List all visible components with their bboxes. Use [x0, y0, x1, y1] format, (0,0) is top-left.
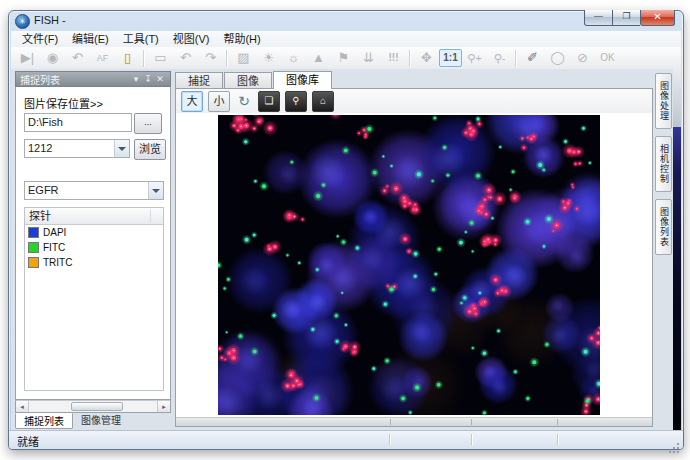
- gallery-stack-icon[interactable]: ❏: [258, 91, 280, 112]
- probe-label: DAPI: [43, 227, 66, 238]
- new-image-icon[interactable]: ▯: [115, 48, 140, 68]
- gallery-home-icon[interactable]: ⌂: [312, 91, 334, 112]
- refresh-icon[interactable]: ↻: [235, 91, 253, 111]
- probe-color-swatch: [28, 242, 39, 253]
- panel-body: 图片保存位置>> D:\Fish ... 1212 浏览 EGFR 探针 DAP…: [15, 87, 171, 400]
- chevron-down-icon[interactable]: ▾: [130, 72, 142, 86]
- tab-image-library[interactable]: 图像库: [273, 71, 332, 89]
- count-signals-icon[interactable]: !!!: [381, 48, 406, 68]
- app-window: ✳ FISH - — ❐ ✕ 文件(F) 编辑(E) 工具(T) 视图(V) 帮…: [8, 10, 684, 450]
- pan-icon[interactable]: ✥: [414, 48, 439, 68]
- probe-list: 探针 DAPI FITC TRITC: [24, 207, 164, 391]
- flag-icon[interactable]: ⚑: [331, 48, 356, 68]
- collapsed-panel-strip[interactable]: [673, 69, 681, 431]
- zoom-1to1-icon[interactable]: 1:1: [439, 49, 462, 67]
- probe-color-swatch: [28, 257, 39, 268]
- title-bar[interactable]: ✳ FISH - — ❐ ✕: [9, 11, 683, 31]
- right-dock-tabs: 图像处理 相机控制 图像列表: [655, 73, 672, 427]
- ellipse-tool-icon[interactable]: ◯: [545, 48, 570, 68]
- tab-image-management[interactable]: 图像管理: [73, 413, 129, 429]
- thumbnail-small-button[interactable]: 小: [208, 91, 230, 112]
- toolbar-separator: [226, 50, 228, 67]
- panel-bottom-tabs: 捕捉列表 图像管理: [15, 413, 171, 429]
- main-area: 捕捉 图像 图像库 大 小 ↻ ❏ ⚲ ⌂: [175, 71, 653, 427]
- draw-icon[interactable]: ✐: [520, 48, 545, 68]
- probe-label: FITC: [43, 242, 65, 253]
- tab-capture[interactable]: 捕捉: [175, 72, 223, 89]
- tab-image[interactable]: 图像: [224, 72, 272, 89]
- gallery-toolbar: 大 小 ↻ ❏ ⚲ ⌂: [176, 89, 652, 114]
- folder-combo[interactable]: 1212: [24, 139, 130, 158]
- menu-edit[interactable]: 编辑(E): [65, 32, 116, 47]
- browse-button[interactable]: 浏览: [134, 139, 166, 160]
- gallery-preview-icon[interactable]: ⚲: [285, 91, 307, 112]
- merge-channels-icon[interactable]: ⇊: [356, 48, 381, 68]
- fluorescence-micrograph[interactable]: [218, 115, 600, 415]
- document-tabs: 捕捉 图像 图像库: [175, 71, 333, 88]
- gallery-status-strip: [176, 417, 652, 426]
- folder-combo-value: 1212: [28, 140, 52, 157]
- save-path-input[interactable]: D:\Fish: [24, 113, 132, 132]
- window-title: FISH -: [34, 14, 66, 26]
- client-area: 捕捉列表 ▾ ↧ ✕ 图片保存位置>> D:\Fish ... 1212 浏览 …: [11, 69, 681, 431]
- browse-ellipsis-button[interactable]: ...: [134, 113, 162, 134]
- chevron-down-icon[interactable]: [148, 182, 163, 199]
- scroll-left-icon[interactable]: ◂: [16, 401, 29, 412]
- status-separator: [471, 434, 473, 445]
- crop-icon[interactable]: ▨: [231, 48, 256, 68]
- save-location-label: 图片保存位置>>: [24, 95, 103, 111]
- list-item[interactable]: TRITC: [25, 255, 163, 270]
- probe-list-header: 探针: [25, 208, 163, 225]
- zoom-in-icon[interactable]: ⚲+: [462, 48, 487, 68]
- maximize-button[interactable]: ❐: [613, 10, 640, 26]
- pin-icon[interactable]: ↧: [142, 72, 154, 86]
- scrollbar-thumb[interactable]: [71, 402, 122, 411]
- panel-close-icon[interactable]: ✕: [154, 72, 166, 86]
- tab-camera-control[interactable]: 相机控制: [655, 136, 672, 192]
- minimize-button[interactable]: —: [584, 10, 613, 26]
- zoom-out-icon[interactable]: ⚲-: [487, 48, 512, 68]
- status-text: 就绪: [17, 433, 39, 449]
- autofocus-icon[interactable]: AF: [90, 48, 115, 68]
- menu-tools[interactable]: 工具(T): [116, 32, 166, 47]
- probe-label: TRITC: [43, 257, 72, 268]
- toolbar-separator: [409, 50, 411, 67]
- app-icon: ✳: [15, 14, 30, 29]
- resize-grip[interactable]: [677, 443, 679, 445]
- toolbar-separator: [143, 50, 145, 67]
- capture-start-icon[interactable]: ▶|: [15, 48, 40, 68]
- status-separator: [557, 434, 559, 445]
- list-item[interactable]: DAPI: [25, 225, 163, 240]
- close-button[interactable]: ✕: [640, 10, 675, 26]
- menu-view[interactable]: 视图(V): [166, 32, 217, 47]
- status-bar: 就绪: [9, 430, 683, 449]
- main-toolbar: ▶| ◉ ↶ AF ▯ ▭ ↶ ↷ ▨ ☀ ☼ ▲ ⚑ ⇊ !!! ✥ 1:1 …: [11, 47, 681, 70]
- list-item[interactable]: FITC: [25, 240, 163, 255]
- tab-capture-list[interactable]: 捕捉列表: [15, 413, 73, 429]
- status-separator: [389, 434, 391, 445]
- save-image-icon[interactable]: ▭: [148, 48, 173, 68]
- confirm-ok-icon[interactable]: OK: [595, 48, 620, 68]
- pointer-triangle-icon[interactable]: ▲: [306, 48, 331, 68]
- undo-icon[interactable]: ↶: [173, 48, 198, 68]
- panel-header[interactable]: 捕捉列表 ▾ ↧ ✕: [15, 71, 171, 87]
- recapture-icon[interactable]: ↶: [65, 48, 90, 68]
- redo-icon[interactable]: ↷: [198, 48, 223, 68]
- capture-list-panel: 捕捉列表 ▾ ↧ ✕ 图片保存位置>> D:\Fish ... 1212 浏览 …: [15, 71, 171, 429]
- chevron-down-icon[interactable]: [114, 140, 129, 157]
- erase-region-icon[interactable]: ⊘: [570, 48, 595, 68]
- probe-scheme-combo[interactable]: EGFR: [24, 181, 164, 200]
- enhance-icon[interactable]: ☼: [281, 48, 306, 68]
- tab-image-processing[interactable]: 图像处理: [655, 73, 672, 129]
- thumbnail-large-button[interactable]: 大: [181, 91, 203, 112]
- tab-image-list[interactable]: 图像列表: [655, 199, 672, 255]
- horizontal-scrollbar[interactable]: ◂ ▸: [15, 400, 171, 413]
- toolbar-separator: [515, 50, 517, 67]
- menu-help[interactable]: 帮助(H): [216, 32, 267, 47]
- image-library-page: 大 小 ↻ ❏ ⚲ ⌂: [175, 88, 653, 427]
- brightness-icon[interactable]: ☀: [256, 48, 281, 68]
- image-viewer: [176, 113, 652, 418]
- menu-file[interactable]: 文件(F): [15, 32, 65, 47]
- scroll-right-icon[interactable]: ▸: [157, 401, 170, 412]
- camera-capture-icon[interactable]: ◉: [40, 48, 65, 68]
